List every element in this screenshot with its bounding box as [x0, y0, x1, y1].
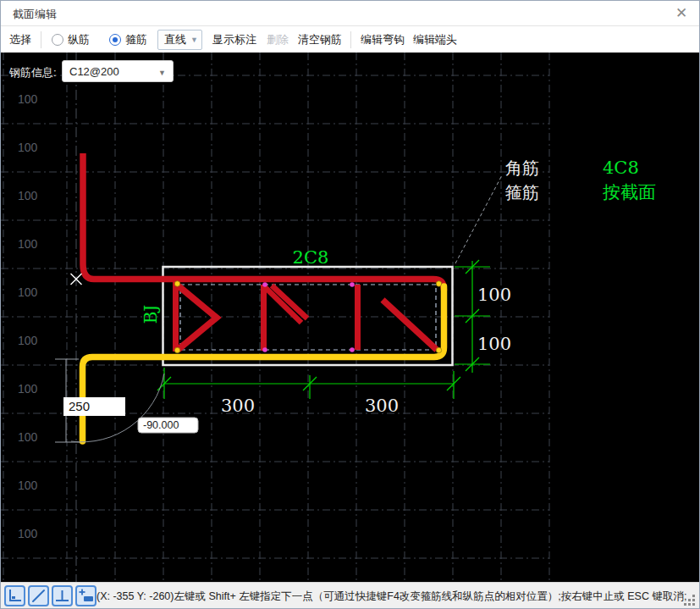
separator	[41, 31, 41, 48]
dim-bottom-text-2: 300	[365, 396, 399, 416]
angle-tooltip: -90.000	[143, 419, 179, 431]
scale-label: 100	[18, 479, 38, 492]
bj-label: BJ	[141, 305, 161, 324]
scale-label: 100	[18, 382, 38, 396]
clear-rebar-button[interactable]: 清空钢筋	[298, 32, 342, 47]
dimension-right	[455, 260, 490, 373]
scale-label: 100	[18, 141, 38, 154]
perpendicular-mode-button[interactable]	[52, 585, 73, 606]
right-note-line2: 按截面	[603, 182, 656, 202]
edit-end-button[interactable]: 编辑端头	[413, 32, 457, 47]
add-point-mode-button[interactable]	[75, 585, 96, 606]
scale-label: 100	[18, 430, 38, 444]
title-bar: 截面编辑 ✕	[1, 1, 699, 26]
scale-label: 100	[18, 92, 38, 106]
delete-button[interactable]: 删除	[267, 32, 289, 47]
line-type-label: 直线	[164, 32, 186, 47]
section-edit-window: 截面编辑 ✕ 选择 纵筋 箍筋 直线 ▼ 显示标注 删除 清空钢筋 编辑弯钩 编…	[0, 0, 700, 609]
leader-label-corner: 角筋	[505, 158, 539, 178]
plus-block-icon	[77, 587, 95, 605]
diagonal-mode-button[interactable]	[28, 585, 49, 606]
dim-bottom-text-1: 300	[221, 396, 255, 416]
scale-label: 100	[18, 285, 38, 299]
show-annotation-button[interactable]: 显示标注	[212, 32, 256, 47]
top-rebar-label: 2C8	[293, 247, 329, 268]
length-label: 250	[69, 399, 90, 413]
edit-hook-button[interactable]: 编辑弯钩	[361, 32, 405, 47]
stirrup-chevron[interactable]	[178, 285, 217, 350]
scale-label: 100	[18, 334, 38, 347]
right-note-line1: 4C8	[603, 158, 639, 178]
drawing-canvas[interactable]: 100 100 100 100 100 100 100 100 100 100	[1, 53, 700, 582]
radio-longitudinal[interactable]: 纵筋	[52, 32, 90, 47]
leader-label-stirrup: 箍筋	[505, 182, 539, 202]
diagonal-line-icon	[30, 587, 47, 605]
toolbar: 选择 纵筋 箍筋 直线 ▼ 显示标注 删除 清空钢筋 编辑弯钩 编辑端头	[1, 26, 699, 53]
right-angle-icon	[6, 587, 24, 605]
status-bar: (X: -355 Y: -260)左键或 Shift+ 左键指定下一点（可通过快…	[1, 582, 699, 609]
ortho-mode-button[interactable]	[4, 585, 25, 606]
resize-grip[interactable]	[684, 595, 696, 606]
cad-drawing[interactable]: 100 100 100 100 100 100 100 100 100 100	[1, 53, 700, 582]
scale-label: 100	[18, 237, 38, 251]
rebar-info-dropdown[interactable]: C12@200 ▼	[62, 60, 174, 82]
line-type-dropdown[interactable]: 直线 ▼	[157, 30, 202, 50]
scale-label: 100	[18, 527, 38, 540]
chevron-down-icon: ▼	[190, 36, 198, 44]
scale-label: 100	[18, 189, 38, 202]
dimension-bottom	[157, 368, 460, 399]
dim-right-text-2: 100	[477, 334, 511, 354]
dim-right-text-1: 100	[477, 285, 511, 305]
status-message: (X: -355 Y: -260)左键或 Shift+ 左键指定下一点（可通过快…	[96, 590, 686, 604]
select-button[interactable]: 选择	[9, 32, 31, 47]
grid	[1, 53, 549, 582]
radio-selected-icon[interactable]	[109, 34, 121, 46]
rebar-info-label: 钢筋信息:	[9, 65, 57, 80]
window-title: 截面编辑	[13, 7, 57, 22]
rebar-red-main[interactable]	[83, 153, 444, 291]
radio-stirrup-label: 箍筋	[125, 32, 147, 47]
close-icon[interactable]: ✕	[670, 3, 692, 24]
stirrup-diagonal[interactable]	[383, 300, 437, 350]
leader-line	[455, 175, 502, 263]
radio-stirrup[interactable]: 箍筋	[109, 32, 147, 47]
radio-circle-icon[interactable]	[52, 34, 63, 46]
perpendicular-icon	[53, 587, 71, 605]
separator	[350, 31, 351, 48]
rebar-info-value: C12@200	[69, 65, 119, 78]
radio-longitudinal-label: 纵筋	[68, 32, 90, 47]
chevron-down-icon: ▼	[158, 69, 166, 77]
